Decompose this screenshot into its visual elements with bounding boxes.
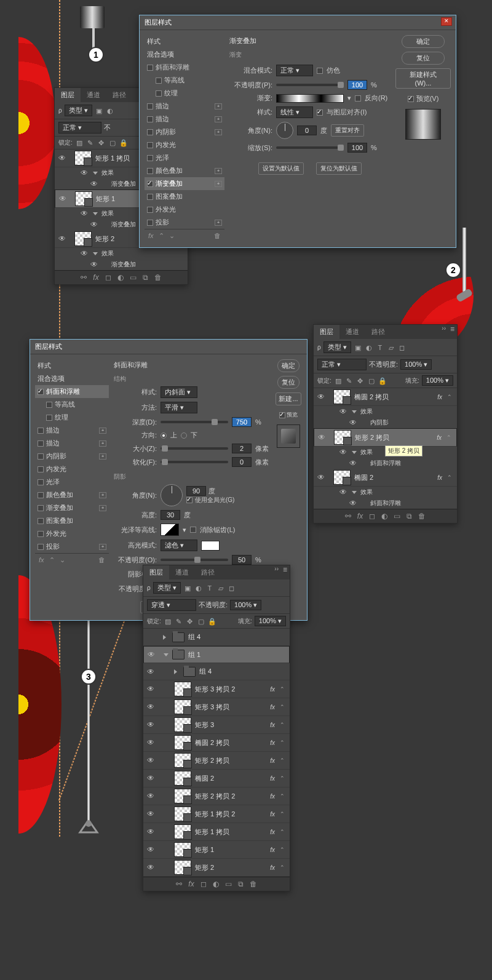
filter-shape-icon[interactable]: ▱ bbox=[387, 343, 395, 352]
layer-name[interactable]: 椭圆 2 bbox=[354, 473, 434, 482]
style-item[interactable]: 内阴影+ bbox=[145, 125, 224, 138]
visibility-icon[interactable]: 👁 bbox=[146, 685, 156, 693]
link-icon[interactable]: ⚯ bbox=[176, 880, 182, 888]
visibility-icon[interactable]: 👁 bbox=[146, 827, 156, 836]
global-light-check[interactable] bbox=[186, 497, 192, 503]
style-check[interactable] bbox=[38, 479, 44, 485]
lock-artboard-icon[interactable]: ▢ bbox=[197, 617, 205, 626]
style-item[interactable]: 颜色叠加+ bbox=[35, 488, 109, 501]
lock-all-icon[interactable]: 🔒 bbox=[378, 376, 387, 385]
layer-item[interactable]: 👁矩形 2 拷贝 2fx⌃ bbox=[143, 787, 290, 805]
add-icon[interactable]: + bbox=[215, 129, 222, 135]
blend-options[interactable]: 混合选项 bbox=[145, 48, 224, 61]
visibility-icon[interactable]: 👁 bbox=[89, 220, 99, 229]
blend-mode[interactable]: 穿透 ▾ bbox=[147, 599, 196, 611]
reverse-check[interactable] bbox=[355, 95, 361, 102]
filter-smart-icon[interactable]: ◻ bbox=[398, 343, 407, 352]
tab-layers[interactable]: 图层 bbox=[314, 325, 339, 339]
visibility-icon[interactable]: 👁 bbox=[317, 433, 327, 442]
cancel-button[interactable]: 复位 bbox=[402, 52, 445, 65]
lock-paint-icon[interactable]: ✎ bbox=[345, 376, 354, 385]
filter-kind[interactable]: 类型 ▾ bbox=[65, 105, 92, 116]
style-check[interactable] bbox=[147, 155, 153, 161]
technique-select[interactable]: 平滑 ▾ bbox=[161, 402, 197, 413]
fx-indicator[interactable]: fx bbox=[437, 434, 442, 441]
align-check[interactable] bbox=[317, 110, 323, 116]
chevron-icon[interactable]: ⌃ bbox=[280, 739, 285, 746]
filter-image-icon[interactable]: ▣ bbox=[354, 343, 362, 352]
lock-trans-icon[interactable]: ▨ bbox=[164, 617, 172, 626]
layer-name[interactable]: 矩形 2 拷贝 bbox=[355, 433, 433, 442]
visibility-icon[interactable]: 👁 bbox=[338, 407, 348, 416]
blend-options[interactable]: 混合选项 bbox=[35, 372, 109, 385]
layer-thumbnail[interactable] bbox=[333, 470, 351, 485]
lock-pos-icon[interactable]: ✥ bbox=[356, 376, 365, 385]
filter-image-icon[interactable]: ▣ bbox=[183, 584, 192, 592]
add-icon[interactable]: + bbox=[99, 440, 106, 447]
lock-paint-icon[interactable]: ✎ bbox=[86, 138, 95, 147]
style-item[interactable]: 图案叠加 bbox=[35, 514, 109, 527]
layer-effect-item[interactable]: 👁渐变叠加 bbox=[55, 259, 188, 270]
new-layer-icon[interactable]: ⧉ bbox=[238, 880, 244, 888]
style-item[interactable]: 光泽 bbox=[145, 151, 224, 164]
chevron-icon[interactable]: ⌃ bbox=[447, 394, 452, 400]
visibility-icon[interactable]: 👁 bbox=[79, 169, 89, 177]
opacity-slider[interactable] bbox=[276, 84, 344, 86]
visibility-icon[interactable]: 👁 bbox=[146, 650, 156, 659]
layer-item[interactable]: 👁椭圆 2 拷贝fx⌃ bbox=[143, 734, 290, 752]
visibility-icon[interactable]: 👁 bbox=[316, 473, 326, 482]
style-item[interactable]: 内发光 bbox=[35, 463, 109, 476]
layer-effects-label[interactable]: 👁效果 bbox=[55, 248, 188, 259]
tab-paths[interactable]: 路径 bbox=[365, 325, 391, 339]
layer-name[interactable]: 组 4 bbox=[188, 632, 287, 642]
fx-indicator[interactable]: fx bbox=[270, 686, 275, 693]
fx-indicator[interactable]: fx bbox=[437, 474, 442, 481]
visibility-icon[interactable]: 👁 bbox=[146, 810, 156, 818]
bevel-style-select[interactable]: 内斜面 ▾ bbox=[161, 386, 197, 398]
ok-button[interactable]: 确定 bbox=[402, 35, 445, 48]
add-icon[interactable]: + bbox=[215, 181, 222, 187]
filter-image-icon[interactable]: ▣ bbox=[95, 106, 103, 115]
group-icon[interactable]: ▭ bbox=[225, 880, 232, 888]
layer-item[interactable]: 👁矩形 3fx⌃ bbox=[143, 716, 290, 734]
layer-name[interactable]: 矩形 2 bbox=[195, 863, 266, 872]
layer-thumbnail[interactable] bbox=[174, 824, 191, 839]
lock-all-icon[interactable]: 🔒 bbox=[119, 138, 128, 147]
chevron-icon[interactable]: ⌃ bbox=[280, 864, 285, 870]
layer-thumbnail[interactable] bbox=[75, 191, 92, 206]
trash-icon[interactable]: 🗑 bbox=[98, 556, 105, 564]
dir-down-radio[interactable] bbox=[181, 432, 187, 439]
style-item[interactable]: 投影+ bbox=[35, 540, 109, 553]
add-icon[interactable]: + bbox=[99, 428, 106, 434]
layer-thumbnail[interactable] bbox=[174, 807, 191, 821]
highlight-mode-select[interactable]: 滤色 ▾ bbox=[161, 540, 197, 551]
tab-channels[interactable]: 通道 bbox=[169, 565, 195, 580]
chevron-icon[interactable]: ⌃ bbox=[446, 434, 451, 440]
layer-thumbnail[interactable] bbox=[334, 430, 351, 445]
layer-name[interactable]: 组 1 bbox=[188, 650, 287, 659]
visibility-icon[interactable]: 👁 bbox=[146, 792, 156, 800]
chevron-icon[interactable]: ⌃ bbox=[280, 811, 285, 817]
layer-item[interactable]: 👁矩形 2 拷贝fx⌃ bbox=[143, 752, 290, 770]
link-icon[interactable]: ⚯ bbox=[345, 512, 351, 520]
layer-name[interactable]: 矩形 3 拷贝 bbox=[195, 703, 266, 712]
style-check[interactable] bbox=[147, 116, 153, 122]
fx-indicator[interactable]: fx bbox=[270, 864, 275, 871]
chevron-icon[interactable]: ⌃ bbox=[447, 474, 452, 480]
blend-mode[interactable]: 正常 ▾ bbox=[317, 359, 367, 370]
tab-layers[interactable]: 图层 bbox=[143, 565, 169, 580]
add-icon[interactable]: + bbox=[215, 168, 222, 174]
panel-collapse-icon[interactable]: ›› bbox=[442, 325, 446, 332]
mask-icon[interactable]: ◻ bbox=[369, 512, 375, 520]
layer-item[interactable]: 👁椭圆 2 拷贝fx⌃ bbox=[314, 388, 457, 406]
add-icon[interactable]: + bbox=[99, 453, 106, 460]
scale-slider[interactable] bbox=[276, 146, 344, 149]
tab-channels[interactable]: 通道 bbox=[81, 88, 106, 102]
scale-field[interactable]: 100 bbox=[347, 143, 367, 153]
visibility-icon[interactable]: 👁 bbox=[79, 249, 89, 258]
disclosure-icon[interactable] bbox=[163, 635, 169, 640]
style-check[interactable] bbox=[46, 402, 52, 408]
add-icon[interactable]: + bbox=[99, 544, 106, 550]
fx-menu-icon[interactable]: fx bbox=[39, 556, 44, 564]
style-check[interactable] bbox=[156, 78, 162, 84]
